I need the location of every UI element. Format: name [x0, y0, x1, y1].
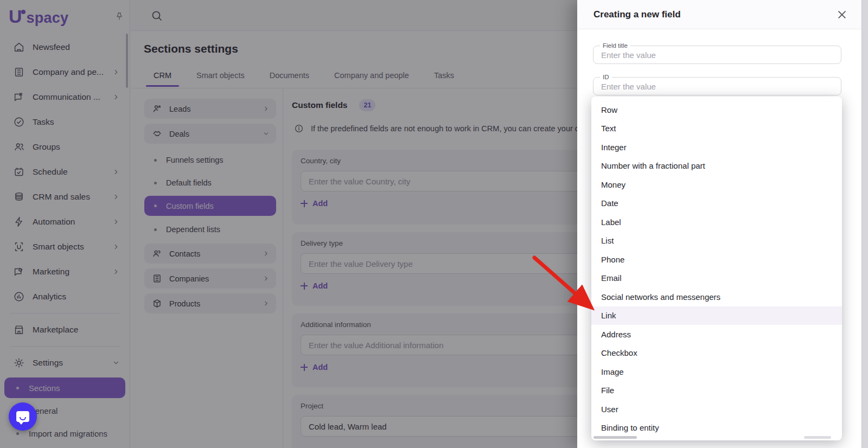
option-image[interactable]: Image — [591, 362, 842, 381]
app-window: U spacy Newsfeed Company and pe... Commu… — [0, 0, 868, 448]
chat-launcher-button[interactable] — [9, 402, 37, 431]
option-row[interactable]: Row — [591, 100, 842, 119]
option-binding-to-entity[interactable]: Binding to entity — [591, 419, 842, 438]
option-money[interactable]: Money — [591, 175, 842, 194]
option-number-fractional[interactable]: Number with a fractional part — [591, 157, 842, 176]
create-field-drawer: Creating a new field Field title ID Row … — [577, 0, 861, 448]
dropdown-scrollbar[interactable] — [593, 436, 637, 439]
input-label: ID — [600, 73, 612, 81]
drawer-header: Creating a new field — [577, 0, 861, 29]
dropdown-scrollbar[interactable] — [804, 436, 831, 439]
field-id-input[interactable] — [593, 78, 841, 95]
field-type-dropdown: Row Text Integer Number with a fractiona… — [591, 97, 842, 440]
option-user[interactable]: User — [591, 400, 842, 419]
option-social-networks[interactable]: Social networks and messengers — [591, 287, 842, 306]
field-title-input-wrap: Field title — [593, 46, 841, 64]
close-icon[interactable] — [834, 7, 850, 22]
option-phone[interactable]: Phone — [591, 250, 842, 269]
option-label[interactable]: Label — [591, 213, 842, 232]
option-email[interactable]: Email — [591, 269, 842, 288]
window-scrollbar[interactable] — [861, 0, 868, 448]
option-text[interactable]: Text — [591, 119, 842, 138]
input-label: Field title — [600, 42, 630, 50]
option-link[interactable]: Link — [591, 306, 842, 325]
option-file[interactable]: File — [591, 381, 842, 400]
option-integer[interactable]: Integer — [591, 138, 842, 157]
field-title-input[interactable] — [593, 46, 841, 63]
option-list[interactable]: List — [591, 232, 842, 251]
option-date[interactable]: Date — [591, 194, 842, 213]
chat-bubble-icon — [16, 411, 29, 422]
option-checkbox[interactable]: Checkbox — [591, 344, 842, 363]
field-id-input-wrap: ID — [593, 77, 841, 95]
drawer-title: Creating a new field — [593, 9, 681, 20]
option-address[interactable]: Address — [591, 325, 842, 344]
